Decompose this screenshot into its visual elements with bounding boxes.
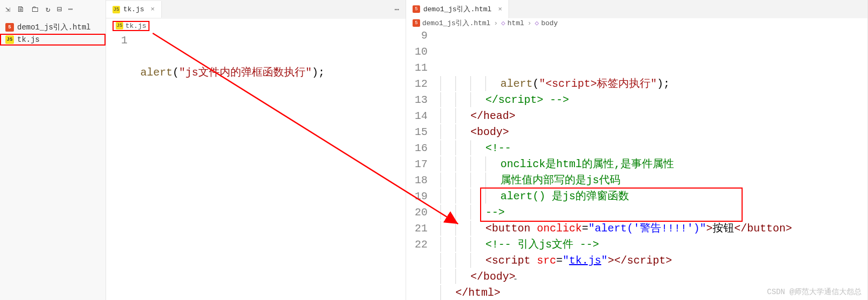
close-icon[interactable]: × <box>498 5 502 13</box>
js-file-icon: JS <box>5 35 14 44</box>
breadcrumb-label: body <box>541 19 558 27</box>
line-number: 13 <box>406 92 428 108</box>
collapse-icon[interactable]: ⇲ <box>5 4 10 14</box>
line-number: 14 <box>406 108 428 124</box>
new-folder-icon[interactable]: 🗀 <box>31 5 39 14</box>
line-number: 18 <box>406 172 428 189</box>
code-line-12[interactable]: <body> <box>438 124 867 140</box>
line-number: 12 <box>406 76 428 92</box>
code-line-20[interactable]: <script src="tk.js"></script> <box>438 253 867 269</box>
line-number: 19 <box>406 189 428 205</box>
code-lines[interactable]: alert("js文件内的弹框函数执行"); <box>138 33 406 300</box>
collapse-all-icon[interactable]: ⊟ <box>57 4 62 14</box>
file-label: tk.js <box>17 35 40 44</box>
breadcrumb-file[interactable]: 5 demo1_js引入.html <box>413 18 490 28</box>
chevron-icon: › <box>527 19 532 27</box>
gutter: 1 <box>106 33 138 300</box>
tab-demo1[interactable]: 5 demo1_js引入.html × <box>406 0 509 18</box>
tab-tkjs[interactable]: JS tk.js × <box>106 1 162 18</box>
code-lines[interactable]: alert("<script>标签内执行");</script> --></he… <box>438 28 867 300</box>
code-area-right[interactable]: 910111213141516171819202122 alert("<scri… <box>406 28 867 300</box>
breadcrumb-tkjs[interactable]: JS tk.js <box>113 21 149 31</box>
new-file-icon[interactable]: 🗎 <box>17 5 25 14</box>
left-editor-pane: JS tk.js × ⋯ JS tk.js 1 alert("js文件内的弹框函… <box>106 0 406 300</box>
html-file-icon: 5 <box>413 5 420 13</box>
breadcrumb-bar: JS tk.js <box>106 19 406 33</box>
breadcrumb-label: tk.js <box>125 22 146 30</box>
gutter: 910111213141516171819202122 <box>406 28 438 300</box>
right-editor-pane: 5 demo1_js引入.html × 5 demo1_js引入.html › … <box>406 0 868 300</box>
breadcrumb-html[interactable]: ◇ html <box>501 19 524 27</box>
file-label: demo1_js引入.html <box>17 22 91 32</box>
refresh-icon[interactable]: ↻ <box>46 4 50 14</box>
tab-actions-icon[interactable]: ⋯ <box>395 5 406 14</box>
breadcrumb-bar: 5 demo1_js引入.html › ◇ html › ◇ body <box>406 18 867 28</box>
code-line-1[interactable]: alert("js文件内的弹框函数执行"); <box>138 65 406 81</box>
file-item-tkjs[interactable]: JS tk.js <box>0 34 106 46</box>
line-number: 9 <box>406 28 428 44</box>
breadcrumb-label: demo1_js引入.html <box>422 18 490 28</box>
code-line-9[interactable]: alert("<script>标签内执行"); <box>438 76 867 92</box>
tab-bar: 5 demo1_js引入.html × <box>406 0 867 18</box>
code-line-13[interactable]: <!-- <box>438 140 867 156</box>
line-number: 16 <box>406 140 428 156</box>
code-line-15[interactable]: 属性值内部写的是js代码 <box>438 172 867 189</box>
file-list: 5 demo1_js引入.html JS tk.js <box>0 19 106 48</box>
code-line-14[interactable]: onclick是html的属性,是事件属性 <box>438 156 867 172</box>
tab-bar: JS tk.js × ⋯ <box>106 0 406 19</box>
line-number: 20 <box>406 205 428 221</box>
code-area-left[interactable]: 1 alert("js文件内的弹框函数执行"); <box>106 33 406 300</box>
html-file-icon: 5 <box>5 23 14 32</box>
js-file-icon: JS <box>116 22 123 29</box>
breadcrumb-body[interactable]: ◇ body <box>535 19 558 27</box>
html-file-icon: 5 <box>413 19 420 27</box>
line-number: 1 <box>106 33 128 49</box>
code-line-19[interactable]: <!-- 引入js文件 --> <box>438 237 867 253</box>
explorer-toolbar: ⇲ 🗎 🗀 ↻ ⊟ ⋯ <box>0 0 106 19</box>
chevron-icon: › <box>493 19 498 27</box>
file-item-demo1[interactable]: 5 demo1_js引入.html <box>0 21 106 34</box>
tab-label: tk.js <box>123 5 144 13</box>
line-number: 11 <box>406 60 428 76</box>
code-line-18[interactable]: <button onclick="alert('警告!!!!')">按钮</bu… <box>438 221 867 237</box>
line-number: 17 <box>406 156 428 172</box>
line-number: 10 <box>406 44 428 60</box>
symbol-icon: ◇ <box>535 19 539 27</box>
breadcrumb-label: html <box>507 19 524 27</box>
watermark: CSDN @师范大学通信大怨总 <box>767 287 862 297</box>
line-number: 21 <box>406 221 428 237</box>
more-icon[interactable]: ⋯ <box>68 4 73 14</box>
code-line-11[interactable]: </head> <box>438 108 867 124</box>
line-number: 15 <box>406 124 428 140</box>
explorer-sidebar: ⇲ 🗎 🗀 ↻ ⊟ ⋯ 5 demo1_js引入.html JS tk.js <box>0 0 106 300</box>
line-number: 22 <box>406 237 428 253</box>
code-line-21[interactable]: </body> <box>438 269 867 285</box>
js-file-icon: JS <box>113 6 120 13</box>
code-line-16[interactable]: alert() 是js的弹窗函数 <box>438 189 867 205</box>
symbol-icon: ◇ <box>501 19 505 27</box>
tab-label: demo1_js引入.html <box>423 4 491 14</box>
close-icon[interactable]: × <box>151 5 155 13</box>
code-line-10[interactable]: </script> --> <box>438 92 867 108</box>
code-line-17[interactable]: --> <box>438 205 867 221</box>
